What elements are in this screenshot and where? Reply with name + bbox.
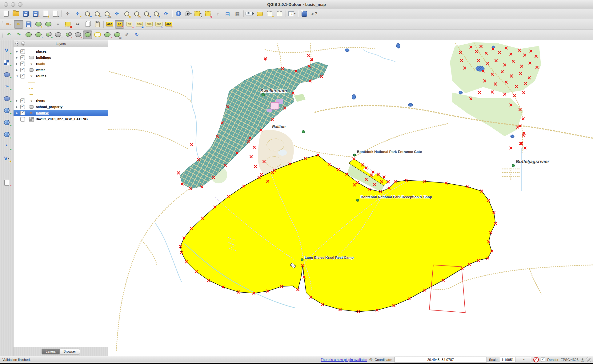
run-feature-action-button[interactable]: ▶ ▾: [183, 10, 193, 18]
expand-arrow[interactable]: ▶: [16, 99, 20, 102]
labeling-options-button[interactable]: abc: [105, 20, 114, 29]
identify-features-button[interactable]: i: [174, 10, 183, 18]
simplify-feature-button[interactable]: [24, 30, 33, 39]
field-calculator-button[interactable]: ▦: [233, 10, 242, 18]
open-attribute-table-button[interactable]: ▤: [223, 10, 232, 18]
layer-visibility-checkbox[interactable]: [20, 49, 25, 54]
select-features-button[interactable]: ➤ ▾: [193, 10, 203, 18]
pin-labels-button[interactable]: ab ●: [115, 20, 124, 29]
zoom-out-button[interactable]: −: [92, 10, 102, 18]
layer-item-buildings[interactable]: ▶ buildings: [14, 54, 108, 61]
help-button[interactable]: ?: [299, 10, 309, 18]
merge-features-button[interactable]: ✐: [122, 30, 132, 39]
layer-visibility-checkbox[interactable]: [20, 55, 25, 60]
expand-arrow[interactable]: ▶: [16, 62, 20, 65]
new-shapefile-layer-button[interactable]: V ✱ ▾: [2, 154, 12, 163]
add-vector-layer-button[interactable]: V +: [2, 46, 12, 55]
add-wfs-layer-button[interactable]: V: [2, 130, 12, 139]
layer-visibility-checkbox[interactable]: [20, 68, 25, 72]
coordinate-input[interactable]: [394, 357, 487, 363]
layer-item-roads[interactable]: ▶ roads: [14, 61, 108, 67]
add-part-button[interactable]: +: [43, 30, 53, 39]
add-mssql-layer-button[interactable]: +: [2, 94, 12, 103]
zoom-last-button[interactable]: ◂: [142, 10, 151, 18]
fill-ring-button[interactable]: ◦: [53, 30, 63, 39]
expand-arrow[interactable]: ▶: [16, 106, 20, 108]
zoom-in-button[interactable]: +: [82, 10, 92, 18]
legend-routes-dash[interactable]: [14, 91, 108, 98]
measure-button[interactable]: ▾: [245, 10, 255, 18]
plugin-available-link[interactable]: There is a new plugin available: [321, 358, 367, 362]
text-annotation-button[interactable]: T ▾: [287, 10, 297, 18]
show-bookmarks-button[interactable]: [275, 10, 284, 18]
offset-curve-button[interactable]: [93, 30, 102, 39]
delete-selected-button[interactable]: ✖: [63, 20, 73, 29]
composer-manager-button[interactable]: ✦: [50, 10, 60, 18]
layer-visibility-checkbox[interactable]: [20, 62, 25, 66]
rotate-label-button[interactable]: abc ↻: [154, 20, 164, 29]
new-bookmark-button[interactable]: ✦: [265, 10, 274, 18]
layer-item-routes[interactable]: ▼ routes: [14, 73, 108, 79]
change-label-button[interactable]: abc ✏: [164, 20, 174, 29]
expand-arrow[interactable]: ▶: [16, 69, 20, 71]
scale-combo[interactable]: 1:19951 ▼: [500, 357, 531, 362]
add-postgis-layer-button[interactable]: +: [2, 70, 12, 79]
expand-arrow[interactable]: ▼: [16, 75, 20, 78]
zoom-to-selection-button[interactable]: ▣: [122, 10, 131, 18]
save-project-as-button[interactable]: ✎: [31, 10, 40, 18]
plugin-icon[interactable]: ✇: [369, 358, 372, 362]
zoom-native-button[interactable]: 1:1: [102, 10, 112, 18]
legend-routes-dots[interactable]: [14, 85, 108, 91]
layer-item-water[interactable]: ▶ water: [14, 67, 108, 73]
undo-button[interactable]: ↶: [4, 30, 14, 39]
delete-part-button[interactable]: −: [73, 30, 82, 39]
title-bar[interactable]: QGIS 2.0.1-Dufour - basic_map: [0, 0, 593, 9]
refresh-button[interactable]: ⟳: [161, 10, 171, 18]
current-edits-button[interactable]: ✏ ▾: [4, 20, 14, 29]
save-layer-edits-button[interactable]: ✏: [24, 20, 33, 29]
move-feature-button[interactable]: ➜: [43, 20, 53, 29]
stop-render-icon[interactable]: [533, 357, 539, 362]
remove-layer-button[interactable]: −: [2, 178, 12, 187]
layer-visibility-checkbox[interactable]: [20, 111, 25, 115]
resize-grip[interactable]: [587, 358, 591, 362]
layer-visibility-checkbox[interactable]: [20, 98, 25, 103]
pan-to-selection-button[interactable]: ✛ ✦: [73, 10, 82, 18]
crs-globe-icon[interactable]: ◎: [581, 357, 584, 362]
open-project-button[interactable]: [11, 10, 21, 18]
add-ring-button[interactable]: ◦: [34, 30, 43, 39]
zoom-full-button[interactable]: ✜: [112, 10, 122, 18]
expand-arrow[interactable]: ▶: [16, 50, 20, 53]
add-delimited-text-layer-button[interactable]: ❛ +: [2, 142, 12, 151]
whats-this-button[interactable]: ➢?: [309, 10, 319, 18]
pan-map-button[interactable]: ✛: [63, 10, 72, 18]
expand-arrow[interactable]: ▶: [16, 112, 20, 114]
add-raster-layer-button[interactable]: +: [2, 58, 12, 67]
node-tool-button[interactable]: ⌖: [53, 20, 63, 29]
toggle-editing-button[interactable]: ✏: [14, 20, 23, 29]
rotate-point-symbols-button[interactable]: ↻: [132, 30, 142, 39]
new-composer-button[interactable]: ✱: [41, 10, 50, 18]
add-wms-layer-button[interactable]: +: [2, 106, 12, 115]
tab-layers[interactable]: Layers: [42, 349, 59, 354]
layer-item-places[interactable]: ▶ places: [14, 48, 108, 54]
split-features-button[interactable]: ∕: [102, 30, 112, 39]
redo-button[interactable]: ↷: [14, 30, 23, 39]
reshape-features-button[interactable]: [83, 30, 92, 39]
copy-features-button[interactable]: [83, 20, 92, 29]
cut-features-button[interactable]: ✂: [73, 20, 82, 29]
layer-visibility-checkbox[interactable]: [20, 105, 25, 109]
delete-ring-button[interactable]: −: [63, 30, 73, 39]
layer-item-school-property[interactable]: ▶ school_property: [14, 104, 108, 110]
split-parts-button[interactable]: ▦: [112, 30, 122, 39]
add-feature-button[interactable]: ✦: [34, 20, 43, 29]
zoom-to-layer-button[interactable]: ▢: [132, 10, 141, 18]
layer-item-landuse[interactable]: ▶ landuse: [14, 110, 108, 116]
paste-features-button[interactable]: [93, 20, 102, 29]
tab-browser[interactable]: Browser: [59, 349, 80, 354]
map-tips-button[interactable]: [255, 10, 265, 18]
highlight-pinned-labels-button[interactable]: ab ●: [125, 20, 134, 29]
select-by-expression-button[interactable]: ε: [213, 10, 222, 18]
expand-arrow[interactable]: ▶: [16, 56, 20, 59]
save-project-button[interactable]: [21, 10, 30, 18]
